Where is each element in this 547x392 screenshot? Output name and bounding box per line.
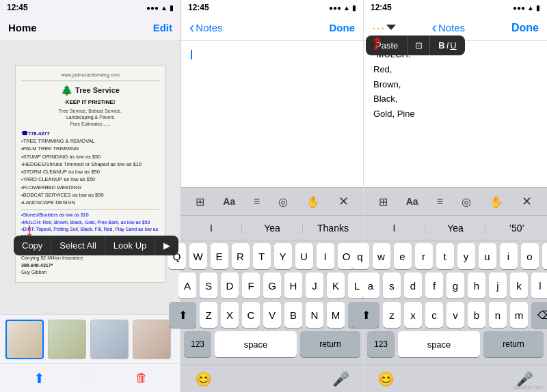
key-123[interactable]: 123 [184, 331, 211, 357]
right-key-c[interactable]: c [425, 302, 443, 328]
right-key-return[interactable]: return [483, 331, 544, 357]
right-emoji-button[interactable]: 😊 [377, 371, 395, 387]
right-key-f[interactable]: f [425, 272, 443, 298]
right-hand-icon[interactable]: ✋ [490, 195, 503, 208]
thumbnail-4[interactable] [133, 320, 171, 359]
key-i[interactable]: I [317, 243, 334, 269]
key-t[interactable]: T [253, 243, 271, 269]
right-close-keyboard-button[interactable]: ✕ [522, 194, 532, 209]
right-key-m[interactable]: m [510, 302, 528, 328]
key-return[interactable]: return [300, 331, 360, 357]
battery-icon: ▮ [170, 4, 174, 12]
key-b[interactable]: B [284, 302, 302, 328]
share-button[interactable]: ⬆ [34, 370, 45, 387]
suggestion-thanks[interactable]: Thanks [303, 223, 363, 234]
right-key-q[interactable]: q [351, 243, 369, 269]
right-key-delete[interactable]: ⌫ [531, 302, 547, 328]
key-j[interactable]: J [306, 272, 323, 298]
mid-nav-bar: Notes Done [181, 15, 363, 41]
right-key-w[interactable]: w [373, 243, 390, 269]
key-shift[interactable]: ⬆ [169, 302, 196, 328]
right-key-x[interactable]: x [404, 302, 422, 328]
mid-format-icon[interactable]: Aa [223, 196, 235, 207]
right-back-button[interactable]: Notes [432, 20, 466, 36]
key-v[interactable]: V [263, 302, 281, 328]
look-up-button[interactable]: Look Up [105, 236, 155, 255]
key-k[interactable]: K [327, 272, 345, 298]
right-table-icon[interactable]: ⊞ [379, 195, 388, 208]
suggestion-i[interactable]: I [181, 223, 242, 234]
right-key-z[interactable]: z [383, 302, 401, 328]
mid-close-keyboard-button[interactable]: ✕ [338, 194, 349, 209]
select-all-button[interactable]: Select All [51, 236, 105, 255]
mid-hand-icon[interactable]: ✋ [306, 195, 320, 208]
key-d[interactable]: D [221, 272, 239, 298]
right-key-t[interactable]: t [436, 243, 454, 269]
key-g[interactable]: G [263, 272, 281, 298]
right-key-o[interactable]: o [521, 243, 539, 269]
right-format-icon[interactable]: Aa [406, 196, 418, 207]
left-edit-button[interactable]: Edit [153, 22, 172, 33]
right-key-b[interactable]: b [468, 302, 485, 328]
mid-emoji-button[interactable]: 😊 [195, 371, 212, 387]
key-m[interactable]: M [327, 302, 345, 328]
right-key-n[interactable]: n [489, 302, 507, 328]
key-n[interactable]: N [306, 302, 323, 328]
right-key-k[interactable]: k [510, 272, 528, 298]
right-key-h[interactable]: h [468, 272, 485, 298]
bold-italic-underline-button[interactable]: B I U [430, 36, 464, 55]
right-key-s[interactable]: s [383, 272, 401, 298]
right-key-g[interactable]: g [446, 272, 464, 298]
key-u[interactable]: U [295, 243, 313, 269]
key-f[interactable]: F [242, 272, 260, 298]
right-key-y[interactable]: y [457, 243, 475, 269]
key-r[interactable]: R [232, 243, 250, 269]
right-key-r[interactable]: r [415, 243, 433, 269]
right-key-j[interactable]: j [489, 272, 507, 298]
mid-camera-icon[interactable]: ◎ [278, 195, 288, 208]
mid-mic-button[interactable]: 🎤 [332, 371, 349, 387]
right-suggestion-yea[interactable]: Yea [425, 223, 487, 234]
thumbnail-2[interactable] [48, 320, 86, 359]
right-camera-icon[interactable]: ◎ [462, 195, 471, 208]
mid-checklist-icon[interactable]: ≡ [254, 195, 260, 208]
key-space[interactable]: space [215, 331, 297, 357]
tree-icon: 🌲 [61, 84, 72, 98]
key-w[interactable]: W [189, 243, 207, 269]
mid-cursor-area [181, 41, 363, 63]
key-s[interactable]: S [200, 272, 217, 298]
right-key-p[interactable]: p [542, 243, 548, 269]
right-suggestion-50[interactable]: ’50’ [486, 223, 547, 234]
mid-back-button[interactable]: Notes [189, 20, 223, 36]
key-x[interactable]: X [221, 302, 239, 328]
right-key-e[interactable]: e [394, 243, 412, 269]
key-y[interactable]: Y [274, 243, 292, 269]
key-a[interactable]: A [178, 272, 196, 298]
mid-done-button[interactable]: Done [330, 22, 356, 33]
key-c[interactable]: C [242, 302, 260, 328]
right-done-button[interactable]: Done [511, 22, 539, 34]
right-key-l[interactable]: l [531, 272, 547, 298]
right-checklist-icon[interactable]: ≡ [437, 195, 443, 208]
right-key-space[interactable]: space [398, 331, 480, 357]
thumbnail-3[interactable] [90, 320, 129, 359]
key-h[interactable]: H [284, 272, 302, 298]
right-key-i[interactable]: i [500, 243, 518, 269]
right-key-a[interactable]: a [362, 272, 379, 298]
heart-button[interactable]: ♡ [84, 370, 96, 387]
right-suggestion-i[interactable]: I [364, 223, 425, 234]
thumbnail-1[interactable] [5, 320, 44, 359]
mid-table-icon[interactable]: ⊞ [196, 195, 204, 208]
expand-button[interactable]: ⊡ [408, 36, 430, 55]
key-e[interactable]: E [211, 243, 228, 269]
right-key-shift[interactable]: ⬆ [352, 302, 379, 328]
right-key-u[interactable]: u [479, 243, 496, 269]
mid-time: 12:45 [188, 3, 209, 12]
right-key-123[interactable]: 123 [367, 331, 395, 357]
more-button[interactable]: ▶ [155, 236, 178, 255]
key-z[interactable]: Z [200, 302, 217, 328]
suggestion-yea[interactable]: Yea [242, 223, 303, 234]
right-key-d[interactable]: d [404, 272, 422, 298]
trash-button[interactable]: 🗑 [135, 371, 148, 385]
right-key-v[interactable]: v [446, 302, 464, 328]
